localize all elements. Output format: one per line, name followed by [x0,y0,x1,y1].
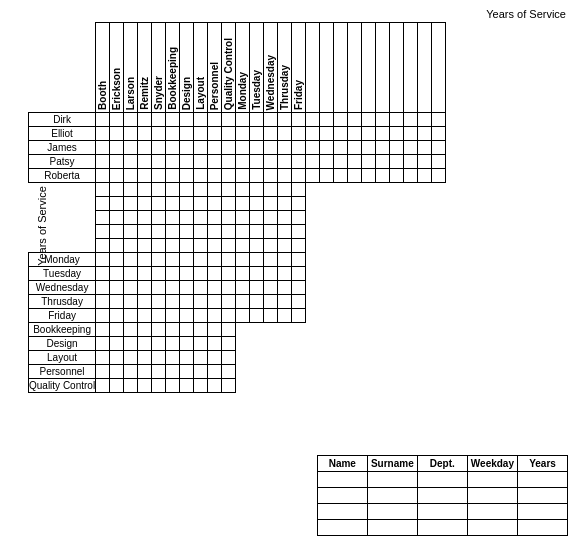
col-header-erickson: Erickson [110,23,124,113]
table-row: Wednesday [29,281,446,295]
mini-col-surname: Surname [367,456,417,472]
col-header-remitz: Remitz [138,23,152,113]
col-header-yr5 [362,23,376,113]
mini-table-row [317,504,567,520]
row-label-james: James [29,141,96,155]
col-header-snyder: Snyder [152,23,166,113]
table-row [29,183,446,197]
col-header-yr6 [376,23,390,113]
table-row: Roberta [29,169,446,183]
row-label-quality-control: Quality Control [29,379,96,393]
table-row: Bookkeeping [29,323,446,337]
table-row: Friday [29,309,446,323]
table-row [29,239,446,253]
col-header-larson: Larson [124,23,138,113]
col-header-friday: Friday [292,23,306,113]
mini-col-name: Name [317,456,367,472]
table-row [29,211,446,225]
row-label-roberta: Roberta [29,169,96,183]
row-label-tuesday: Tuesday [29,267,96,281]
table-row: James [29,141,446,155]
table-row: Personnel [29,365,446,379]
row-label-elliot: Elliot [29,127,96,141]
table-row: Monday [29,253,446,267]
col-header-yr9 [418,23,432,113]
row-label-thrusday: Thrusday [29,295,96,309]
years-label-top: Years of Service [486,8,566,20]
table-row: Thrusday [29,295,446,309]
col-header-thrusday: Thrusday [278,23,292,113]
row-label-friday: Friday [29,309,96,323]
mini-col-weekday: Weekday [467,456,517,472]
col-header-tuesday: Tuesday [250,23,264,113]
row-label-design: Design [29,337,96,351]
mini-col-years: Years [518,456,568,472]
col-header-booth: Booth [96,23,110,113]
mini-table-container: Name Surname Dept. Weekday Years [317,455,568,536]
row-label-dirk: Dirk [29,113,96,127]
mini-col-dept: Dept. [417,456,467,472]
col-header-yr7 [390,23,404,113]
table-row [29,225,446,239]
mini-table: Name Surname Dept. Weekday Years [317,455,568,536]
main-table: Booth Erickson Larson Remitz Snyder Book… [28,22,446,393]
row-label-patsy: Patsy [29,155,96,169]
row-label-monday: Monday [29,253,96,267]
row-label-wednesday: Wednesday [29,281,96,295]
col-header-yr8 [404,23,418,113]
col-header-design: Design [180,23,194,113]
col-header-wednesday: Wednesday [264,23,278,113]
col-header-bookkeeping: Bookkeeping [166,23,180,113]
mini-table-row [317,472,567,488]
table-row: Quality Control [29,379,446,393]
col-header-monday: Monday [236,23,250,113]
table-row: Elliot [29,127,446,141]
table-row: Layout [29,351,446,365]
row-label-bookkeeping: Bookkeeping [29,323,96,337]
table-row: Tuesday [29,267,446,281]
table-row [29,197,446,211]
col-header-row: Booth Erickson Larson Remitz Snyder Book… [29,23,446,113]
table-row: Dirk [29,113,446,127]
col-header-yr3 [334,23,348,113]
mini-table-row [317,488,567,504]
table-row: Design [29,337,446,351]
col-header-quality-control: Quality Control [222,23,236,113]
col-header-yr2 [320,23,334,113]
col-header-layout: Layout [194,23,208,113]
col-header-yr10 [432,23,446,113]
mini-table-row [317,520,567,536]
col-header-personnel: Personnel [208,23,222,113]
col-header-yr1 [306,23,320,113]
col-header-yr4 [348,23,362,113]
row-label-personnel: Personnel [29,365,96,379]
row-label-layout: Layout [29,351,96,365]
table-row: Patsy [29,155,446,169]
